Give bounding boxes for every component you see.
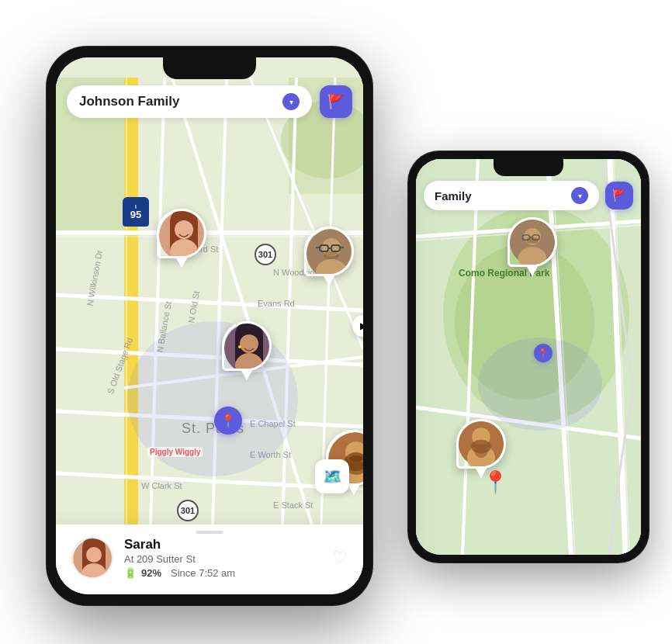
phone2-dropdown-arrow[interactable]: ▾ — [571, 187, 588, 204]
piggly-wiggly-label: Piggly Wiggly — [147, 447, 203, 457]
member-time: Since 7:52 am — [171, 567, 235, 579]
heart-button[interactable]: ♡ — [332, 548, 348, 568]
avatar-pin-sarah[interactable] — [157, 209, 206, 268]
dropdown-arrow-icon[interactable]: ▾ — [282, 93, 300, 110]
beardson-pin-tail — [348, 484, 360, 495]
phone2-flag-button[interactable]: 🚩 — [605, 182, 633, 209]
svg-rect-28 — [126, 78, 127, 574]
dad-pin-tail — [323, 275, 335, 286]
svg-point-82 — [86, 547, 102, 563]
phone2-dad-pin-tail — [526, 265, 539, 276]
mom-pin-tail — [241, 369, 253, 380]
location-pin[interactable]: 📍 — [214, 407, 242, 435]
route-badge-bottom: 301 — [177, 500, 199, 521]
sarah-pin-tail — [175, 257, 188, 268]
battery-percentage: 92% — [141, 567, 161, 579]
svg-text:E Stack St: E Stack St — [273, 500, 313, 510]
svg-point-22 — [474, 444, 488, 458]
phone2-avatar-pin-dad[interactable] — [507, 217, 557, 276]
svg-point-78 — [349, 455, 363, 462]
phone2-map: Como Regional Park 📍 — [416, 159, 641, 555]
member-info: Sarah At 209 Sutter St 🔋 92% Since 7:52 … — [124, 537, 321, 579]
svg-point-72 — [238, 345, 241, 348]
interstate-badge: I 95 — [123, 197, 149, 227]
route-badge-top: 301 — [255, 244, 276, 265]
scene: Como Regional Park 📍 — [0, 0, 672, 644]
battery-icon: 🔋 — [124, 567, 137, 579]
svg-point-66 — [324, 251, 339, 259]
phone2-avatar-pin-son[interactable] — [456, 419, 506, 478]
phone1-notch — [163, 57, 256, 79]
svg-text:Evans Rd: Evans Rd — [258, 299, 295, 308]
phone2-screen: Como Regional Park 📍 — [416, 159, 641, 555]
drag-handle — [196, 531, 223, 534]
phone1-toolbar: Johnson Family ▾ 🚩 — [67, 85, 352, 118]
phone2: Como Regional Park 📍 — [408, 151, 649, 563]
phone1-map: E Chapel St E Worth St W Clark St E Stac… — [56, 57, 363, 594]
phone1-screen: E Chapel St E Worth St W Clark St E Stac… — [56, 57, 363, 594]
phone2-family-name: Family — [435, 189, 472, 203]
avatar-pin-dad[interactable] — [304, 227, 354, 286]
member-location: At 209 Sutter St — [124, 553, 321, 565]
phone2-son-photo — [456, 419, 506, 469]
phone2-toolbar: Family ▾ 🚩 — [424, 181, 633, 210]
location-pin-icon: 📍 — [214, 407, 242, 435]
family-name: Johnson Family — [79, 94, 179, 109]
family-dropdown[interactable]: Johnson Family ▾ — [67, 85, 312, 118]
phone2-family-dropdown[interactable]: Family ▾ — [424, 181, 599, 210]
svg-text:W Clark St: W Clark St — [141, 481, 182, 490]
mom-photo — [222, 321, 272, 371]
phone2-dad-photo — [507, 217, 557, 267]
avatar-pin-mom[interactable] — [222, 321, 272, 380]
member-avatar — [71, 537, 113, 579]
phone2-notch — [494, 159, 563, 176]
dad-photo — [304, 227, 354, 276]
phone1: E Chapel St E Worth St W Clark St E Stac… — [47, 47, 372, 605]
phone2-location-dot: 📍 — [534, 344, 552, 362]
layers-button[interactable]: 🗺️ — [315, 459, 349, 493]
sarah-photo — [157, 209, 206, 258]
interstate-number: 95 — [130, 209, 141, 220]
flag-button[interactable]: 🚩 — [320, 85, 352, 118]
bottom-panel: Sarah At 209 Sutter St 🔋 92% Since 7:52 … — [56, 525, 363, 594]
member-name: Sarah — [124, 537, 321, 552]
phone2-son-pin-tail — [475, 467, 487, 478]
battery-row: 🔋 92% Since 7:52 am — [124, 567, 321, 579]
